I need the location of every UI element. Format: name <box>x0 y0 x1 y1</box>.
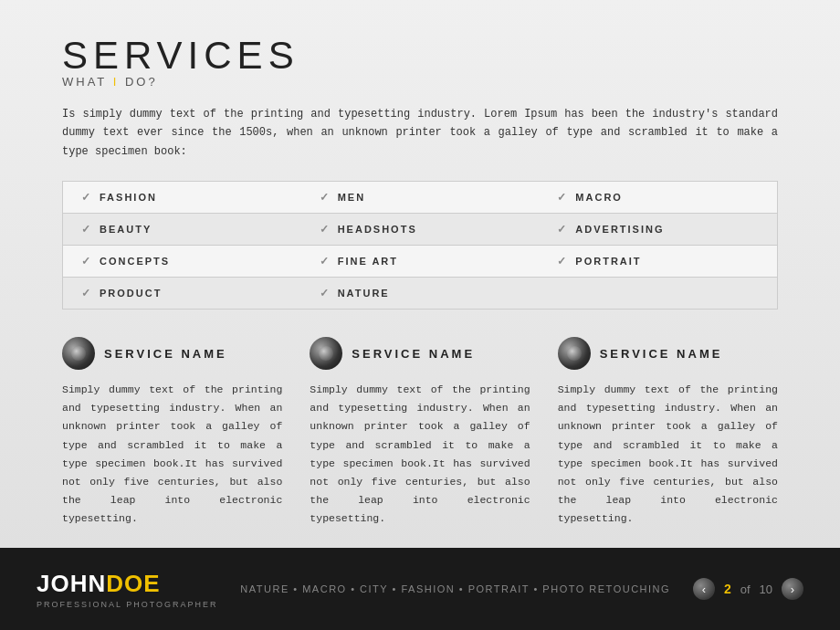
grid-cell-men: ✓ MEN <box>301 182 540 213</box>
description-text: Is simply dummy text of the printing and… <box>62 105 778 161</box>
grid-row: ✓ FASHION ✓ MEN ✓ MACRO <box>63 182 777 214</box>
service-icon <box>62 337 95 370</box>
footer-nav: NATURE • MACRO • CITY • FASHION • PORTRA… <box>240 583 670 594</box>
logo-john: JOHN <box>37 570 106 597</box>
page-current: 2 <box>724 582 731 596</box>
page-title: SERVICES <box>62 37 778 75</box>
check-icon: ✓ <box>320 223 331 236</box>
logo: JOHNDOE <box>37 570 218 598</box>
grid-cell-fine-art: ✓ FINE ART <box>301 246 540 277</box>
card-text: Simply dummy text of the printing and ty… <box>62 381 282 528</box>
cell-label: HEADSHOTS <box>338 224 417 235</box>
card-title: SERVICE NAME <box>352 347 475 361</box>
service-icon <box>558 337 591 370</box>
card-header: SERVICE NAME <box>62 337 282 370</box>
grid-cell-nature: ✓ NATURE <box>301 278 540 309</box>
cell-label: ADVERTISING <box>575 224 664 235</box>
grid-row: ✓ BEAUTY ✓ HEADSHOTS ✓ ADVERTISING <box>63 214 777 246</box>
check-icon: ✓ <box>81 223 92 236</box>
check-icon: ✓ <box>320 191 331 204</box>
service-icon <box>310 337 342 370</box>
check-icon: ✓ <box>557 255 568 268</box>
footer: JOHNDOE PROFESSIONAL PHOTOGRAPHER NATURE… <box>0 548 840 630</box>
grid-cell-advertising: ✓ ADVERTISING <box>539 214 777 245</box>
cell-label: CONCEPTS <box>100 256 170 267</box>
service-icon-inner <box>71 346 86 361</box>
logo-area: JOHNDOE PROFESSIONAL PHOTOGRAPHER <box>37 570 218 609</box>
prev-page-button[interactable]: ‹ <box>693 578 715 600</box>
grid-cell-fashion: ✓ FASHION <box>63 182 301 213</box>
next-page-button[interactable]: › <box>782 578 803 600</box>
cell-label: MEN <box>338 192 365 203</box>
service-icon-inner <box>319 346 333 361</box>
cell-label: FASHION <box>100 192 157 203</box>
check-icon: ✓ <box>320 255 331 268</box>
check-icon: ✓ <box>81 255 92 268</box>
card-title: SERVICE NAME <box>104 347 227 361</box>
cell-label: PRODUCT <box>100 288 162 299</box>
services-cards: SERVICE NAME Simply dummy text of the pr… <box>62 337 778 528</box>
check-icon: ✓ <box>557 223 568 236</box>
grid-row: ✓ PRODUCT ✓ NATURE <box>63 278 777 309</box>
cell-label: MACRO <box>575 192 623 203</box>
check-icon: ✓ <box>81 191 92 204</box>
grid-cell-macro: ✓ MACRO <box>539 182 777 213</box>
grid-row: ✓ CONCEPTS ✓ FINE ART ✓ PORTRAIT <box>63 246 777 278</box>
service-card-3: SERVICE NAME Simply dummy text of the pr… <box>558 337 778 528</box>
page-subtitle: WHAT I DO? <box>62 75 778 89</box>
check-icon: ✓ <box>320 287 331 299</box>
service-card-2: SERVICE NAME Simply dummy text of the pr… <box>310 337 530 528</box>
grid-cell-portrait: ✓ PORTRAIT <box>539 246 777 277</box>
main-content: SERVICES WHAT I DO? Is simply dummy text… <box>0 0 840 548</box>
logo-doe: DOE <box>106 570 160 597</box>
service-card-1: SERVICE NAME Simply dummy text of the pr… <box>62 337 282 528</box>
check-icon: ✓ <box>557 191 568 204</box>
grid-cell-product: ✓ PRODUCT <box>63 278 301 309</box>
grid-cell-empty <box>539 278 777 309</box>
check-icon: ✓ <box>81 287 92 299</box>
page-of-label: of <box>740 583 751 596</box>
grid-cell-beauty: ✓ BEAUTY <box>63 214 301 245</box>
service-icon-inner <box>567 346 582 361</box>
services-grid: ✓ FASHION ✓ MEN ✓ MACRO ✓ BEAUTY ✓ HEADS… <box>62 181 778 310</box>
card-header: SERVICE NAME <box>558 337 778 370</box>
cell-label: FINE ART <box>338 256 398 267</box>
card-text: Simply dummy text of the printing and ty… <box>558 381 778 528</box>
card-header: SERVICE NAME <box>310 337 530 370</box>
cell-label: NATURE <box>338 288 390 299</box>
logo-name: JOHNDOE <box>37 570 161 597</box>
card-title: SERVICE NAME <box>600 347 723 361</box>
footer-pagination: ‹ 2 of 10 › <box>693 578 803 600</box>
cell-label: PORTRAIT <box>575 256 641 267</box>
cell-label: BEAUTY <box>100 224 152 235</box>
grid-cell-headshots: ✓ HEADSHOTS <box>301 214 540 245</box>
logo-subtitle: PROFESSIONAL PHOTOGRAPHER <box>37 600 218 609</box>
grid-cell-concepts: ✓ CONCEPTS <box>63 246 301 277</box>
card-text: Simply dummy text of the printing and ty… <box>310 381 530 528</box>
page-total: 10 <box>760 583 772 596</box>
